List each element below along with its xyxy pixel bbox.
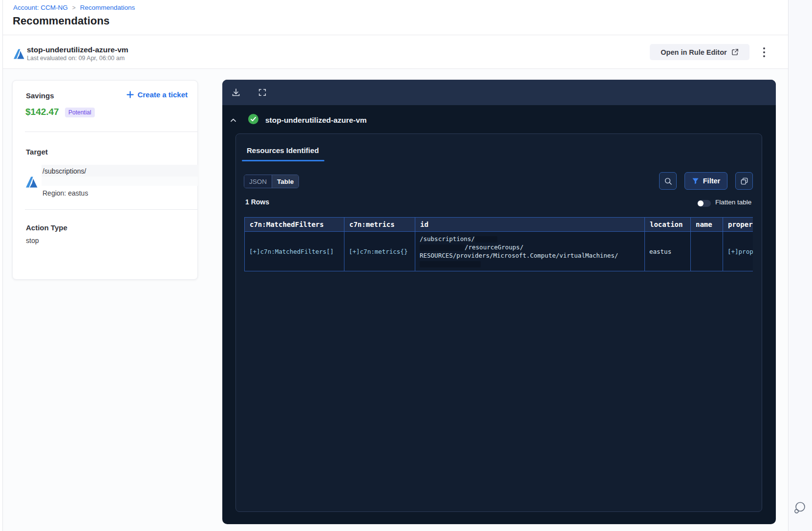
filter-button[interactable]: Filter [684, 172, 727, 190]
kebab-menu-icon[interactable] [760, 46, 768, 59]
col-header-name: name [691, 218, 723, 232]
card-divider-1 [25, 132, 197, 132]
redacted-text [420, 244, 465, 251]
funnel-icon [692, 177, 699, 185]
breadcrumb: Account: CCM-NG > Recommendations [13, 4, 135, 11]
redacted-text [475, 236, 497, 243]
col-header-metrics: c7n:metrics [344, 218, 415, 232]
redacted-text [420, 261, 481, 267]
header-divider-bottom [3, 68, 788, 69]
copy-button[interactable] [735, 172, 753, 190]
rule-last-evaluated: Last evaluated on: 09 Apr, 06:00 am [27, 55, 125, 62]
create-ticket-button[interactable]: Create a ticket [127, 90, 188, 99]
flatten-table-toggle[interactable] [697, 200, 711, 207]
azure-icon [13, 48, 24, 60]
col-header-matched-filters: c7n:MatchedFilters [245, 218, 344, 232]
breadcrumb-account-link[interactable]: Account: CCM-NG [13, 4, 68, 11]
breadcrumb-current-link[interactable]: Recommendations [80, 4, 135, 11]
cell-properties[interactable]: [+]properties{} [723, 232, 753, 271]
header-divider-top [3, 35, 788, 35]
id-line-1: /subscriptions/ [420, 235, 475, 243]
cell-id: /subscriptions/ /resourceGroups/ RESOURC… [415, 232, 645, 271]
savings-card: Savings Create a ticket $142.47 Potentia… [12, 80, 198, 280]
results-table: c7n:MatchedFilters c7n:metrics id locati… [244, 217, 753, 271]
results-table-wrap: c7n:MatchedFilters c7n:metrics id locati… [244, 217, 753, 271]
tab-resources-identified[interactable]: Resources Identified [247, 146, 319, 155]
col-header-id: id [415, 218, 645, 232]
savings-label: Savings [26, 91, 54, 100]
action-type-value: stop [26, 237, 39, 244]
active-tab-underline [242, 160, 324, 161]
potential-badge: Potential [65, 108, 95, 117]
savings-amount: $142.47 [25, 107, 59, 117]
plus-icon [127, 91, 134, 98]
flatten-table-label: Flatten table [715, 199, 751, 206]
target-label: Target [26, 148, 48, 156]
cell-name [691, 232, 723, 271]
resources-panel: stop-underutilized-azure-vm Resources Id… [222, 80, 776, 524]
panel-toolbar [222, 80, 776, 105]
rule-result-header: stop-underutilized-azure-vm [222, 112, 776, 132]
page-title: Recommendations [13, 15, 109, 27]
recommendations-page: Account: CCM-NG > Recommendations Recomm… [0, 0, 812, 531]
azure-icon [25, 176, 38, 188]
create-ticket-label: Create a ticket [137, 90, 188, 99]
download-icon[interactable] [231, 88, 241, 97]
rule-name: stop-underutilized-azure-vm [27, 45, 128, 54]
external-link-icon [731, 48, 739, 56]
target-row-shade-2 [42, 177, 198, 186]
target-path: /subscriptions/ [43, 167, 86, 175]
chat-bubble-icon[interactable] [792, 501, 807, 515]
view-json-option[interactable]: JSON [244, 175, 272, 188]
rows-count: 1 Rows [245, 198, 269, 206]
action-type-label: Action Type [26, 223, 67, 232]
cell-matched-filters[interactable]: [+]c7n:MatchedFilters[] [245, 232, 344, 271]
search-button[interactable] [659, 172, 677, 190]
open-in-rule-editor-button[interactable]: Open in Rule Editor [650, 44, 749, 60]
resources-identified-section: Resources Identified JSON Table Filter [235, 133, 762, 512]
cell-location: eastus [645, 232, 691, 271]
cell-metrics[interactable]: [+]c7n:metrics{} [344, 232, 415, 271]
copy-icon [740, 177, 748, 185]
fullscreen-icon[interactable] [258, 88, 267, 97]
view-mode-toggle: JSON Table [244, 175, 299, 188]
collapse-chevron-icon[interactable] [230, 118, 236, 122]
id-line-2: /resourceGroups/ [465, 243, 523, 251]
table-row: [+]c7n:MatchedFilters[] [+]c7n:metrics{}… [245, 232, 753, 271]
col-header-location: location [645, 218, 691, 232]
target-region: Region: eastus [43, 189, 88, 197]
view-table-option[interactable]: Table [272, 175, 299, 188]
filter-label: Filter [703, 177, 720, 185]
id-line-3: RESOURCES/providers/Microsoft.Compute/vi… [420, 251, 640, 260]
right-margin [788, 0, 812, 531]
panel-rule-title: stop-underutilized-azure-vm [265, 116, 367, 125]
search-icon [664, 177, 672, 185]
col-header-properties: properties [723, 218, 753, 232]
breadcrumb-separator: > [72, 4, 76, 11]
card-divider-2 [25, 209, 197, 210]
open-in-rule-editor-label: Open in Rule Editor [661, 48, 727, 56]
success-check-icon [248, 114, 258, 124]
